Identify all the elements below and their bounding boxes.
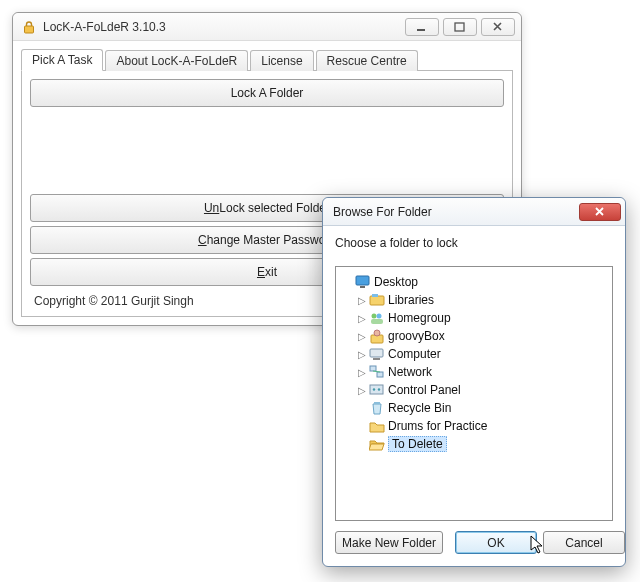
- lock-folder-button[interactable]: Lock A Folder: [30, 79, 504, 107]
- maximize-button[interactable]: [443, 18, 477, 36]
- tab-rescue-centre[interactable]: Rescue Centre: [316, 50, 418, 71]
- tree-item-to-delete[interactable]: ▷To Delete: [340, 435, 608, 453]
- tree-item-label: To Delete: [388, 436, 447, 452]
- svg-rect-19: [374, 402, 380, 404]
- expand-arrow-icon[interactable]: ▷: [356, 295, 368, 306]
- tree-item-label: Drums for Practice: [388, 419, 487, 433]
- dialog-titlebar[interactable]: Browse For Folder: [323, 198, 625, 226]
- tree-item-drums-for-practice[interactable]: ▷Drums for Practice: [340, 417, 608, 435]
- titlebar[interactable]: LocK-A-FoLdeR 3.10.3: [13, 13, 521, 41]
- dialog-title: Browse For Folder: [333, 205, 579, 219]
- svg-rect-16: [370, 385, 383, 394]
- desktop-icon: [355, 274, 371, 290]
- tree-item-computer[interactable]: ▷Computer: [340, 345, 608, 363]
- spacer: [30, 111, 504, 194]
- tab-about[interactable]: About LocK-A-FoLdeR: [105, 50, 248, 71]
- recycle-icon: [369, 400, 385, 416]
- svg-rect-5: [370, 296, 384, 305]
- tree-item-label: Libraries: [388, 293, 434, 307]
- dialog-body: Choose a folder to lock ▷Desktop▷Librari…: [323, 226, 625, 566]
- tree-item-label: groovyBox: [388, 329, 445, 343]
- svg-rect-12: [370, 349, 383, 357]
- tree-item-label: Network: [388, 365, 432, 379]
- svg-rect-2: [455, 23, 464, 31]
- app-title: LocK-A-FoLdeR 3.10.3: [43, 20, 405, 34]
- expand-arrow-icon[interactable]: ▷: [356, 367, 368, 378]
- svg-point-7: [372, 314, 377, 319]
- tree-item-groovybox[interactable]: ▷groovyBox: [340, 327, 608, 345]
- svg-point-17: [373, 388, 375, 390]
- svg-point-8: [377, 314, 382, 319]
- folder-icon: [369, 418, 385, 434]
- ok-label: OK: [487, 536, 504, 550]
- libraries-icon: [369, 292, 385, 308]
- expand-arrow-icon[interactable]: ▷: [356, 331, 368, 342]
- network-icon: [369, 364, 385, 380]
- unlock-suffix: Lock selected Folder: [219, 201, 330, 215]
- exit-prefix: E: [257, 265, 265, 279]
- tree-item-control-panel[interactable]: ▷Control Panel: [340, 381, 608, 399]
- controlpanel-icon: [369, 382, 385, 398]
- svg-rect-1: [417, 29, 425, 31]
- close-button[interactable]: [481, 18, 515, 36]
- minimize-button[interactable]: [405, 18, 439, 36]
- cancel-label: Cancel: [565, 536, 602, 550]
- homegroup-icon: [369, 310, 385, 326]
- ok-button[interactable]: OK: [455, 531, 537, 554]
- tree-item-network[interactable]: ▷Network: [340, 363, 608, 381]
- changepw-prefix: C: [198, 233, 207, 247]
- lock-icon: [21, 19, 37, 35]
- expand-arrow-icon[interactable]: ▷: [356, 349, 368, 360]
- svg-rect-0: [25, 26, 34, 33]
- svg-point-11: [374, 330, 380, 336]
- tree-item-label: Desktop: [374, 275, 418, 289]
- folder-tree[interactable]: ▷Desktop▷Libraries▷Homegroup▷groovyBox▷C…: [335, 266, 613, 521]
- dialog-instruction: Choose a folder to lock: [335, 236, 613, 250]
- dialog-button-row: Make New Folder OK Cancel: [335, 521, 613, 556]
- tree-item-label: Homegroup: [388, 311, 451, 325]
- tree-item-homegroup[interactable]: ▷Homegroup: [340, 309, 608, 327]
- svg-rect-6: [372, 294, 378, 297]
- svg-point-18: [378, 388, 380, 390]
- tabstrip: Pick A Task About LocK-A-FoLdeR License …: [21, 47, 513, 71]
- unlock-prefix: Un: [204, 201, 219, 215]
- make-new-folder-label: Make New Folder: [342, 536, 436, 550]
- browse-folder-dialog: Browse For Folder Choose a folder to loc…: [322, 197, 626, 567]
- dialog-close-button[interactable]: [579, 203, 621, 221]
- tab-license[interactable]: License: [250, 50, 313, 71]
- tree-item-label: Recycle Bin: [388, 401, 451, 415]
- svg-rect-4: [360, 286, 365, 288]
- tab-pick-a-task[interactable]: Pick A Task: [21, 49, 103, 71]
- tree-item-label: Computer: [388, 347, 441, 361]
- tree-item-libraries[interactable]: ▷Libraries: [340, 291, 608, 309]
- lock-folder-label: Lock A Folder: [231, 86, 304, 100]
- svg-rect-15: [377, 372, 383, 377]
- computer-icon: [369, 346, 385, 362]
- cancel-button[interactable]: Cancel: [543, 531, 625, 554]
- window-controls: [405, 18, 515, 36]
- svg-rect-14: [370, 366, 376, 371]
- expand-arrow-icon[interactable]: ▷: [356, 385, 368, 396]
- tree-item-recycle-bin[interactable]: ▷Recycle Bin: [340, 399, 608, 417]
- folder-open-icon: [369, 436, 385, 452]
- user-icon: [369, 328, 385, 344]
- changepw-suffix: hange Master Password: [207, 233, 336, 247]
- expand-arrow-icon[interactable]: ▷: [356, 313, 368, 324]
- tree-item-label: Control Panel: [388, 383, 461, 397]
- make-new-folder-button[interactable]: Make New Folder: [335, 531, 443, 554]
- svg-rect-9: [371, 319, 383, 324]
- svg-rect-3: [356, 276, 369, 285]
- svg-rect-13: [373, 358, 380, 360]
- exit-suffix: xit: [265, 265, 277, 279]
- tree-item-desktop[interactable]: ▷Desktop: [340, 273, 608, 291]
